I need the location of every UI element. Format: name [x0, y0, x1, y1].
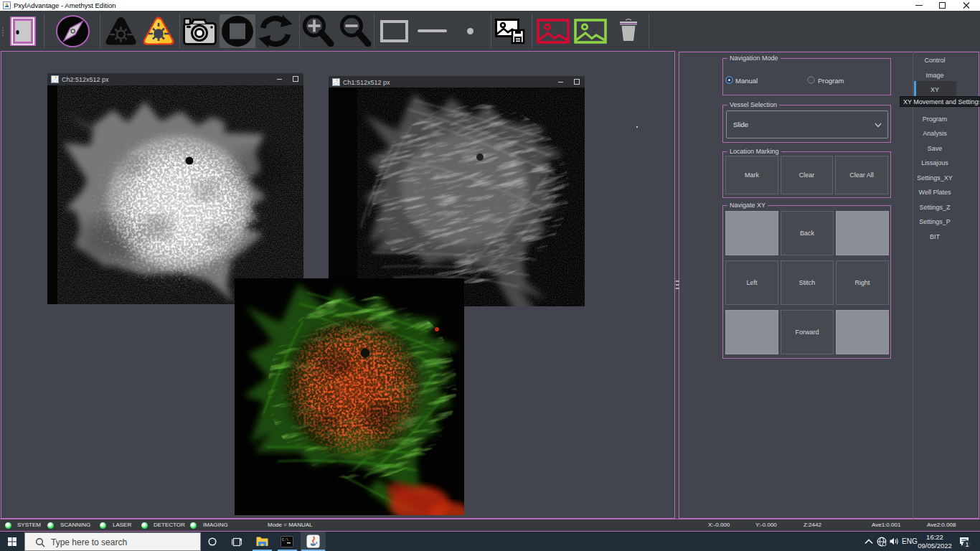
- svg-text:C:\: C:\: [282, 538, 288, 542]
